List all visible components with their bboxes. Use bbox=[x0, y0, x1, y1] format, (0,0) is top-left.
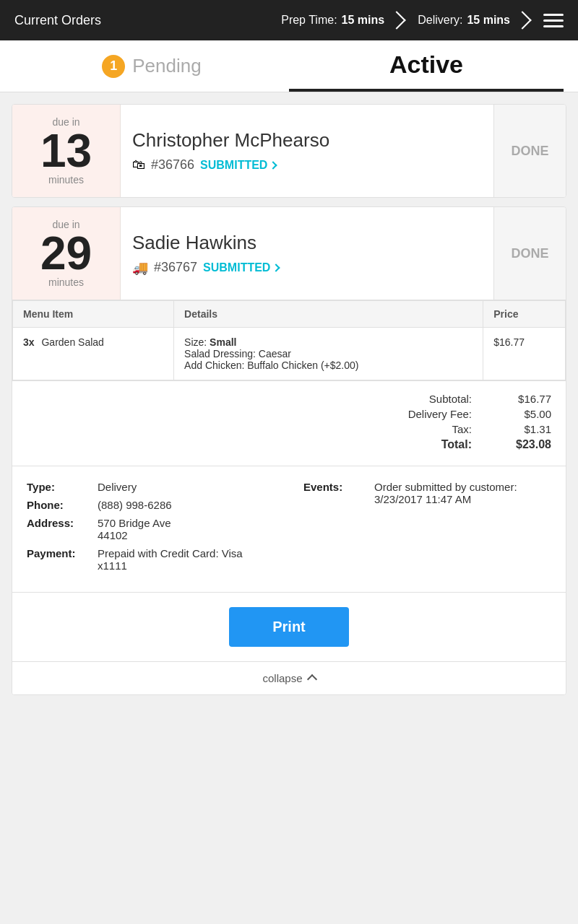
customer-name-2: Sadie Hawkins bbox=[132, 232, 482, 254]
subtotal-amount: $16.77 bbox=[501, 393, 551, 405]
order-info-section: Type: Delivery Phone: (888) 998-6286 Add… bbox=[12, 466, 566, 592]
address-line1: 570 Bridge Ave bbox=[98, 517, 171, 529]
info-right: Events: Order submitted by customer: 3/2… bbox=[303, 481, 551, 578]
order-type-icon-2: 🚚 bbox=[132, 260, 148, 276]
payment-label: Payment: bbox=[27, 547, 92, 572]
col-header-details: Details bbox=[174, 301, 483, 328]
order-card-2: due in 29 minutes Sadie Hawkins 🚚 #36767… bbox=[12, 206, 566, 695]
payment-value: Prepaid with Credit Card: Visa x1111 bbox=[98, 547, 275, 572]
order-time-1: due in 13 minutes bbox=[12, 105, 121, 197]
address-value: 570 Bridge Ave 44102 bbox=[98, 517, 171, 541]
prep-time-chevron-icon[interactable] bbox=[387, 11, 405, 29]
order-meta-2: 🚚 #36767 SUBMITTED bbox=[132, 260, 482, 276]
order-info-1: Christopher McPhearso 🛍 #36766 SUBMITTED bbox=[121, 105, 493, 197]
events-field: Events: Order submitted by customer: 3/2… bbox=[303, 481, 551, 505]
submitted-button-1[interactable]: SUBMITTED bbox=[200, 159, 276, 172]
subtotal-row: Subtotal: $16.77 bbox=[27, 393, 551, 405]
submitted-arrow-icon-1 bbox=[269, 161, 277, 169]
order-card-1: due in 13 minutes Christopher McPhearso … bbox=[12, 104, 566, 198]
delivery-time-chevron-icon[interactable] bbox=[513, 11, 531, 29]
delivery-time-value: 15 mins bbox=[467, 14, 510, 27]
events-value: Order submitted by customer: 3/23/2017 1… bbox=[374, 481, 551, 505]
price-cell: $16.77 bbox=[483, 328, 566, 380]
detail-addon: Add Chicken: Buffalo Chicken (+$2.00) bbox=[184, 359, 473, 371]
submitted-button-2[interactable]: SUBMITTED bbox=[203, 261, 279, 274]
tax-label: Tax: bbox=[385, 423, 472, 435]
print-section: Print bbox=[12, 592, 566, 661]
tax-row: Tax: $1.31 bbox=[27, 423, 551, 435]
collapse-bar[interactable]: collapse bbox=[12, 661, 566, 694]
order-info-2: Sadie Hawkins 🚚 #36767 SUBMITTED bbox=[121, 207, 493, 300]
table-row: 3x Garden Salad Size: Small Salad Dressi… bbox=[13, 328, 566, 380]
events-label: Events: bbox=[303, 481, 368, 505]
delivery-fee-label: Delivery Fee: bbox=[385, 408, 472, 420]
done-button-2[interactable]: DONE bbox=[493, 207, 566, 300]
tabs: 1 Pending Active bbox=[0, 40, 578, 92]
delivery-time[interactable]: Delivery: 15 mins bbox=[418, 14, 529, 27]
order-number-2: #36767 bbox=[154, 260, 197, 275]
minutes-label-2: minutes bbox=[48, 276, 84, 288]
totals-section: Subtotal: $16.77 Delivery Fee: $5.00 Tax… bbox=[12, 380, 566, 466]
menu-icon[interactable] bbox=[543, 14, 564, 27]
payment-field: Payment: Prepaid with Credit Card: Visa … bbox=[27, 547, 275, 572]
type-field: Type: Delivery bbox=[27, 481, 275, 493]
pending-tab-label: Pending bbox=[132, 55, 201, 77]
tab-pending[interactable]: 1 Pending bbox=[14, 40, 289, 92]
order-type-icon-1: 🛍 bbox=[132, 157, 145, 173]
tab-active[interactable]: Active bbox=[289, 40, 564, 92]
menu-table: Menu Item Details Price 3x Garden Salad bbox=[12, 300, 566, 380]
details-cell: Size: Small Salad Dressing: Caesar Add C… bbox=[174, 328, 483, 380]
prep-time[interactable]: Prep Time: 15 mins bbox=[281, 14, 403, 27]
info-left: Type: Delivery Phone: (888) 998-6286 Add… bbox=[27, 481, 275, 578]
minutes-label-1: minutes bbox=[48, 174, 84, 186]
prep-time-label: Prep Time: bbox=[281, 14, 337, 27]
subtotal-label: Subtotal: bbox=[385, 393, 472, 405]
active-tab-label: Active bbox=[389, 51, 463, 79]
collapse-chevron-icon bbox=[306, 674, 316, 684]
detail-size: Size: Small bbox=[184, 336, 473, 348]
type-value: Delivery bbox=[98, 481, 137, 493]
done-label-1: DONE bbox=[511, 144, 548, 159]
item-qty: 3x bbox=[23, 336, 35, 348]
order-card-row-1: due in 13 minutes Christopher McPhearso … bbox=[12, 105, 566, 197]
size-label: Size: bbox=[184, 336, 207, 348]
total-row: Total: $23.08 bbox=[27, 438, 551, 451]
menu-item-cell: 3x Garden Salad bbox=[13, 328, 174, 380]
order-detail: Menu Item Details Price 3x Garden Salad bbox=[12, 300, 566, 694]
phone-value: (888) 998-6286 bbox=[98, 499, 172, 511]
order-card-row-2: due in 29 minutes Sadie Hawkins 🚚 #36767… bbox=[12, 207, 566, 300]
header: Current Orders Prep Time: 15 mins Delive… bbox=[0, 0, 578, 40]
delivery-time-label: Delivery: bbox=[418, 14, 462, 27]
col-header-menu-item: Menu Item bbox=[13, 301, 174, 328]
submitted-arrow-icon-2 bbox=[272, 263, 280, 271]
header-title: Current Orders bbox=[14, 13, 101, 28]
size-value: Small bbox=[210, 336, 236, 348]
customer-name-1: Christopher McPhearso bbox=[132, 129, 482, 152]
total-amount: $23.08 bbox=[501, 438, 551, 451]
delivery-fee-amount: $5.00 bbox=[501, 408, 551, 420]
collapse-label: collapse bbox=[262, 672, 302, 684]
phone-label: Phone: bbox=[27, 499, 92, 511]
delivery-fee-row: Delivery Fee: $5.00 bbox=[27, 408, 551, 420]
phone-field: Phone: (888) 998-6286 bbox=[27, 499, 275, 511]
print-button[interactable]: Print bbox=[229, 607, 349, 647]
address-label: Address: bbox=[27, 517, 92, 541]
address-line2: 44102 bbox=[98, 529, 128, 541]
type-label: Type: bbox=[27, 481, 92, 493]
order-number-1: #36766 bbox=[151, 157, 194, 173]
col-header-price: Price bbox=[483, 301, 566, 328]
item-name: Garden Salad bbox=[41, 336, 103, 348]
orders-container: due in 13 minutes Christopher McPhearso … bbox=[0, 92, 578, 707]
minutes-1: 13 bbox=[40, 128, 92, 174]
order-meta-1: 🛍 #36766 SUBMITTED bbox=[132, 157, 482, 173]
header-controls: Prep Time: 15 mins Delivery: 15 mins bbox=[281, 14, 564, 27]
pending-badge: 1 bbox=[102, 55, 125, 78]
done-button-1[interactable]: DONE bbox=[493, 105, 566, 197]
total-label: Total: bbox=[385, 438, 472, 451]
prep-time-value: 15 mins bbox=[342, 14, 385, 27]
done-label-2: DONE bbox=[511, 246, 548, 261]
minutes-2: 29 bbox=[40, 230, 92, 276]
detail-dressing: Salad Dressing: Caesar bbox=[184, 348, 473, 359]
order-time-2: due in 29 minutes bbox=[12, 207, 121, 300]
address-field: Address: 570 Bridge Ave 44102 bbox=[27, 517, 275, 541]
